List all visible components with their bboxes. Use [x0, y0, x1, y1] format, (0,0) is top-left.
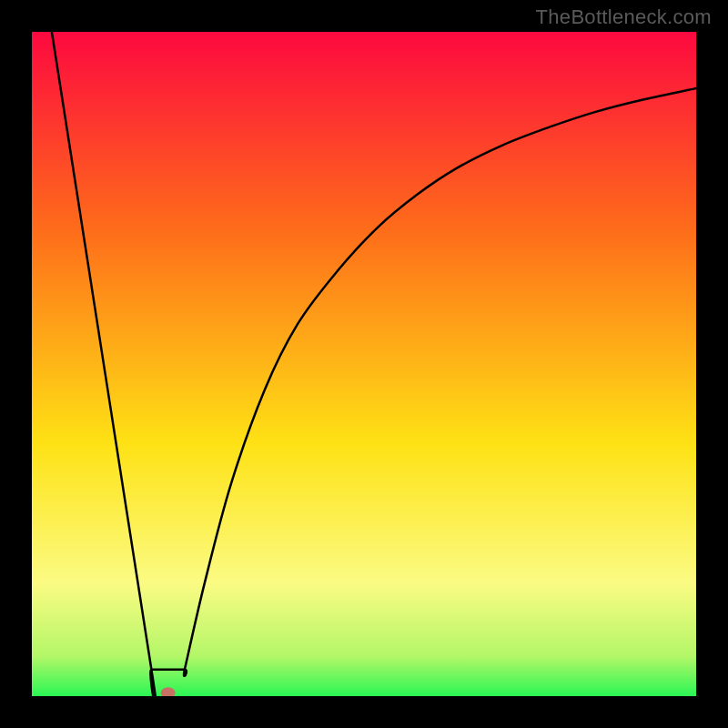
watermark-text: TheBottleneck.com	[536, 5, 712, 29]
chart-frame: TheBottleneck.com	[0, 0, 728, 728]
gradient-background	[32, 32, 696, 696]
plot-area	[32, 32, 696, 696]
chart-svg	[32, 32, 696, 696]
